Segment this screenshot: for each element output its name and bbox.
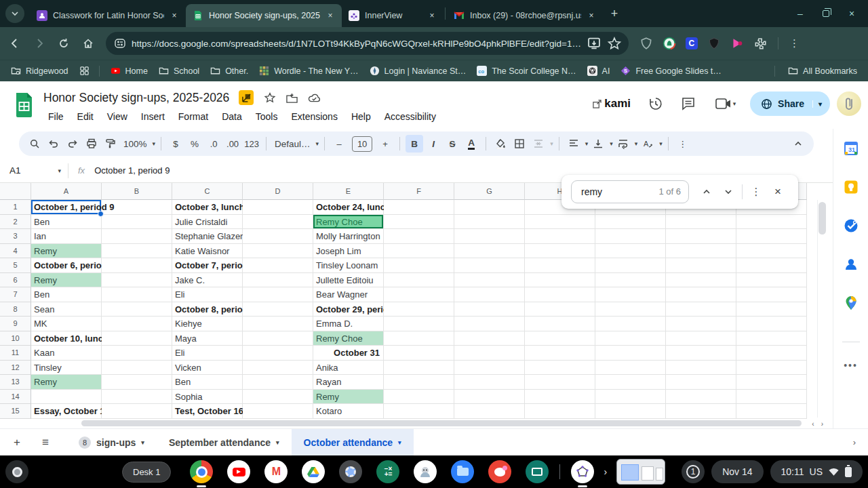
cell-E12[interactable]: Anika	[313, 361, 384, 375]
all-sheets-button[interactable]: ≡	[34, 431, 57, 454]
cell-D15[interactable]	[243, 404, 313, 419]
kami-badge-icon[interactable]	[239, 90, 254, 105]
cell-F12[interactable]	[384, 361, 454, 375]
cell-X107[interactable]	[736, 287, 807, 302]
row-header-7[interactable]: 7	[0, 287, 31, 302]
cell-X915[interactable]	[666, 404, 736, 419]
cell-H12[interactable]	[525, 361, 595, 375]
bold-button[interactable]: B	[406, 135, 423, 152]
cell-H11[interactable]	[525, 346, 595, 361]
version-history-button[interactable]	[643, 91, 669, 117]
cell-D14[interactable]	[243, 390, 313, 405]
cell-X85[interactable]	[595, 258, 666, 273]
cell-F4[interactable]	[384, 244, 454, 259]
cell-D6[interactable]	[243, 273, 313, 288]
formula-value[interactable]: October 1, period 9	[94, 165, 170, 176]
cell-X815[interactable]	[595, 404, 666, 419]
desk-button[interactable]: Desk 1	[122, 462, 171, 483]
cell-D7[interactable]	[243, 287, 313, 302]
text-color-button[interactable]: A	[462, 135, 480, 152]
bookmark-item[interactable]: School	[159, 66, 199, 76]
sheetbar-scroll-right-icon[interactable]: ›	[853, 437, 856, 447]
cell-B10[interactable]	[102, 331, 172, 346]
extensions-puzzle-icon[interactable]	[753, 37, 767, 50]
menu-tools[interactable]: Tools	[250, 109, 284, 124]
cell-X84[interactable]	[595, 244, 666, 259]
cell-X1012[interactable]	[736, 361, 807, 375]
cell-D12[interactable]	[243, 361, 313, 375]
cell-G14[interactable]	[454, 390, 525, 405]
star-document-button[interactable]	[263, 92, 276, 104]
caret-down-icon[interactable]: ▾	[398, 439, 401, 446]
system-tray[interactable]: 10:11 US	[770, 460, 863, 483]
cell-C14[interactable]: Sophia	[172, 390, 243, 405]
cell-F1[interactable]	[384, 200, 454, 215]
cell-D11[interactable]	[243, 346, 313, 361]
cell-G12[interactable]	[454, 361, 525, 375]
cell-E14[interactable]: Remy	[313, 390, 384, 405]
cell-C9[interactable]: Kiehye	[172, 317, 243, 331]
cell-B11[interactable]	[102, 346, 172, 361]
cloud-saved-icon[interactable]	[308, 92, 321, 104]
tasks-icon[interactable]	[842, 217, 860, 235]
strikethrough-button[interactable]: S	[443, 135, 461, 152]
cell-A9[interactable]: MK	[31, 317, 102, 331]
cell-A4[interactable]: Remy	[31, 244, 102, 259]
borders-button[interactable]	[511, 135, 528, 152]
cell-A1[interactable]: October 1, period 9	[31, 200, 102, 215]
cell-F2[interactable]	[384, 215, 454, 230]
close-window-button[interactable]: ×	[846, 8, 857, 19]
menu-accessibility[interactable]: Accessibility	[378, 109, 442, 124]
new-tab-button[interactable]: +	[606, 5, 623, 22]
cell-G1[interactable]	[454, 200, 525, 215]
cell-E5[interactable]: Tinsley Loonam	[313, 258, 384, 273]
settings-app-icon[interactable]	[339, 460, 362, 483]
cell-X812[interactable]	[595, 361, 666, 375]
tab-search-button[interactable]	[5, 4, 24, 23]
cell-F8[interactable]	[384, 302, 454, 317]
menu-data[interactable]: Data	[216, 109, 248, 124]
cell-X910[interactable]	[666, 331, 736, 346]
find-previous-button[interactable]	[696, 181, 717, 203]
cell-A3[interactable]: Ian	[31, 229, 102, 244]
cell-D8[interactable]	[243, 302, 313, 317]
cell-A7[interactable]: Ben	[31, 287, 102, 302]
cell-X87[interactable]	[595, 287, 666, 302]
forward-button[interactable]	[30, 34, 49, 53]
cell-B5[interactable]	[102, 258, 172, 273]
cell-F10[interactable]	[384, 331, 454, 346]
cell-X1011[interactable]	[736, 346, 807, 361]
cell-X103[interactable]	[736, 229, 807, 244]
cell-H10[interactable]	[525, 331, 595, 346]
cell-X1013[interactable]	[736, 375, 807, 390]
adblock-extension-icon[interactable]	[663, 37, 676, 50]
cell-A14[interactable]	[31, 390, 102, 405]
privacy-shield-extension-icon[interactable]	[639, 37, 653, 50]
comments-button[interactable]	[675, 91, 701, 117]
back-button[interactable]	[5, 34, 24, 53]
sheet-tab[interactable]: 8sign-ups▾	[66, 429, 157, 456]
cell-A10[interactable]: October 10, lunch	[31, 331, 102, 346]
cell-B9[interactable]	[102, 317, 172, 331]
cell-X97[interactable]	[666, 287, 736, 302]
row-header-8[interactable]: 8	[0, 302, 31, 317]
find-next-button[interactable]	[717, 181, 739, 203]
calculator-app-icon[interactable]: −×+=	[376, 460, 399, 483]
cell-D1[interactable]	[243, 200, 313, 215]
canvas-app-icon[interactable]	[488, 460, 511, 483]
bookmark-item[interactable]: Other.	[210, 66, 248, 76]
cell-X108[interactable]	[736, 302, 807, 317]
meet-button[interactable]: ▾	[708, 91, 743, 117]
minimize-button[interactable]: –	[795, 8, 806, 19]
cell-G13[interactable]	[454, 375, 525, 390]
side-panel-more-icon[interactable]: •••	[844, 360, 858, 371]
row-header-6[interactable]: 6	[0, 273, 31, 288]
row-header-9[interactable]: 9	[0, 317, 31, 331]
cell-H6[interactable]	[525, 273, 595, 288]
row-header-14[interactable]: 14	[0, 390, 31, 405]
cell-A2[interactable]: Ben	[31, 215, 102, 230]
cell-X102[interactable]	[736, 215, 807, 230]
cell-E11[interactable]: October 31	[313, 346, 384, 361]
scroll-arrows[interactable]: ‹ ›	[812, 420, 823, 428]
cell-B13[interactable]	[102, 375, 172, 390]
